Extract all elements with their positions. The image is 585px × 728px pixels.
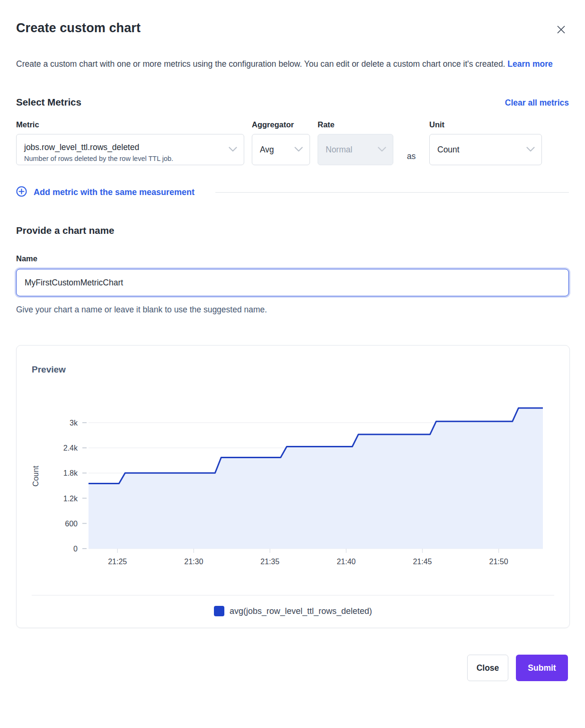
y-axis-label: Count <box>31 466 40 487</box>
close-button[interactable]: Close <box>467 655 508 681</box>
description-text: Create a custom chart with one or more m… <box>16 59 505 69</box>
x-tick-label: 21:45 <box>413 558 432 566</box>
legend-swatch <box>214 606 224 616</box>
modal-title: Create custom chart <box>16 21 141 36</box>
aggregator-label: Aggregator <box>252 120 310 129</box>
x-tick-label: 21:40 <box>337 558 355 566</box>
plus-circle-icon <box>16 186 27 198</box>
metric-select[interactable]: jobs.row_level_ttl.rows_deleted Number o… <box>16 134 244 165</box>
y-tick-label: 1.2k <box>63 495 78 503</box>
chevron-down-icon <box>526 145 535 154</box>
preview-heading: Preview <box>17 364 569 375</box>
close-icon[interactable] <box>553 22 569 39</box>
series-area <box>89 408 543 549</box>
chart-name-heading: Provide a chart name <box>16 225 569 236</box>
modal-header: Create custom chart <box>16 21 569 39</box>
chart-legend: avg(jobs_row_level_ttl_rows_deleted) <box>17 606 569 616</box>
chevron-down-icon <box>294 145 303 154</box>
metric-label: Metric <box>16 120 244 129</box>
legend-label: avg(jobs_row_level_ttl_rows_deleted) <box>230 606 372 616</box>
x-tick-label: 21:30 <box>184 558 203 566</box>
x-tick-label: 21:50 <box>489 558 508 566</box>
metric-config-row: Metric Aggregator Rate Unit jobs.row_lev… <box>16 120 569 165</box>
preview-chart: 06001.2k1.8k2.4k3k21:2521:3021:3521:4021… <box>17 392 569 570</box>
y-tick-label: 0 <box>73 545 78 553</box>
unit-select[interactable]: Count <box>429 134 542 165</box>
add-metric-button[interactable]: Add metric with the same measurement <box>16 186 195 198</box>
as-text: as <box>401 151 422 165</box>
create-custom-chart-modal: Create custom chart Create a custom char… <box>0 0 585 681</box>
aggregator-select-value: Avg <box>260 145 274 155</box>
rate-label: Rate <box>318 120 393 129</box>
metric-select-value: jobs.row_level_ttl.rows_deleted <box>24 142 225 152</box>
metric-select-description: Number of rows deleted by the row level … <box>24 155 225 162</box>
select-metrics-heading: Select Metrics <box>16 97 81 108</box>
name-label: Name <box>16 254 569 263</box>
x-tick-label: 21:35 <box>260 558 279 566</box>
add-metric-label: Add metric with the same measurement <box>34 187 195 197</box>
unit-label: Unit <box>429 120 542 129</box>
y-tick-label: 600 <box>65 520 78 528</box>
clear-all-metrics-link[interactable]: Clear all metrics <box>505 98 569 108</box>
modal-footer: Close Submit <box>16 655 569 681</box>
y-tick-label: 3k <box>70 419 78 427</box>
rate-select: Normal <box>318 134 393 165</box>
name-helper-text: Give your chart a name or leave it blank… <box>16 305 569 315</box>
add-metric-row: Add metric with the same measurement <box>16 186 569 198</box>
modal-description: Create a custom chart with one or more m… <box>16 55 565 73</box>
select-metrics-header-row: Select Metrics Clear all metrics <box>16 97 569 108</box>
y-tick-label: 2.4k <box>63 444 78 452</box>
learn-more-link[interactable]: Learn more <box>507 59 552 69</box>
preview-card: Preview 06001.2k1.8k2.4k3k21:2521:3021:3… <box>16 345 570 628</box>
divider <box>32 595 554 595</box>
rate-select-value: Normal <box>326 145 352 155</box>
x-tick-label: 21:25 <box>108 558 127 566</box>
chevron-down-icon <box>229 145 237 154</box>
unit-select-value: Count <box>437 145 460 155</box>
submit-button[interactable]: Submit <box>516 655 568 681</box>
y-tick-label: 1.8k <box>63 469 78 477</box>
aggregator-select[interactable]: Avg <box>252 134 310 165</box>
divider <box>215 192 569 193</box>
chevron-down-icon <box>378 145 386 154</box>
preview-chart-svg: 06001.2k1.8k2.4k3k21:2521:3021:3521:4021… <box>17 392 569 568</box>
chart-name-input[interactable] <box>16 269 569 296</box>
